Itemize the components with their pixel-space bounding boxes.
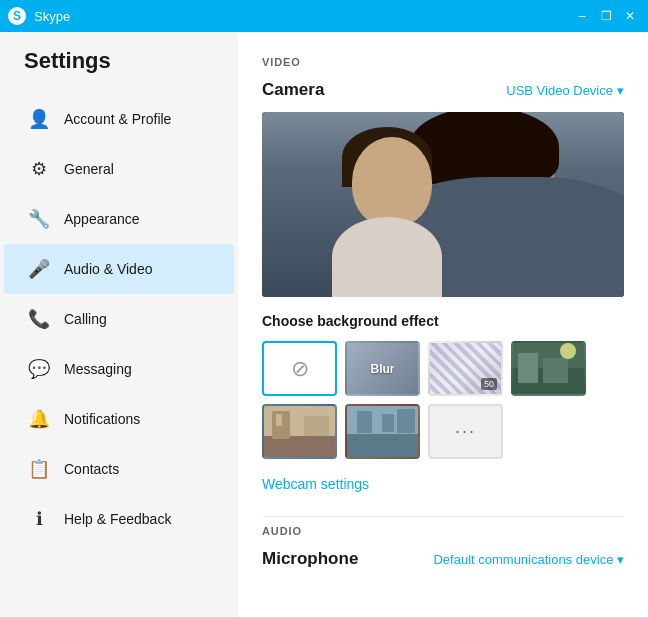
svg-rect-14	[382, 414, 394, 432]
svg-rect-13	[357, 411, 372, 433]
microphone-row: Microphone Default communications device…	[262, 549, 624, 569]
titlebar-left: S Skype	[8, 7, 70, 25]
sidebar-item-help-label: Help & Feedback	[64, 511, 171, 527]
svg-rect-6	[264, 436, 335, 457]
restore-button[interactable]: ❐	[596, 6, 616, 26]
svg-point-4	[560, 343, 576, 359]
window-controls: – ❐ ✕	[572, 6, 640, 26]
content-area: VIDEO Camera USB Video Device ▾	[238, 32, 648, 617]
settings-title: Settings	[0, 48, 238, 94]
sidebar-item-appearance[interactable]: 🔧 Appearance	[4, 194, 234, 244]
svg-rect-11	[347, 434, 418, 457]
messaging-icon: 💬	[28, 358, 50, 380]
svg-rect-3	[543, 358, 568, 383]
sidebar-item-calling[interactable]: 📞 Calling	[4, 294, 234, 344]
more-dots-label: ···	[455, 421, 476, 442]
camera-chevron-icon: ▾	[617, 83, 624, 98]
account-icon: 👤	[28, 108, 50, 130]
camera-preview	[262, 112, 624, 297]
sidebar-item-calling-label: Calling	[64, 311, 107, 327]
bg-effect-more[interactable]: ···	[428, 404, 503, 459]
bg-effect-img1[interactable]: 50	[428, 341, 503, 396]
microphone-title: Microphone	[262, 549, 358, 569]
microphone-chevron-icon: ▾	[617, 552, 624, 567]
microphone-device-selector[interactable]: Default communications device ▾	[433, 552, 624, 567]
appearance-icon: 🔧	[28, 208, 50, 230]
camera-title: Camera	[262, 80, 324, 100]
svg-rect-2	[518, 353, 538, 383]
sidebar-item-account-label: Account & Profile	[64, 111, 171, 127]
camera-row: Camera USB Video Device ▾	[262, 80, 624, 100]
contacts-icon: 📋	[28, 458, 50, 480]
skype-logo: S	[8, 7, 26, 25]
person-left	[322, 127, 482, 297]
bg-effect-title: Choose background effect	[262, 313, 624, 329]
sidebar-item-contacts[interactable]: 📋 Contacts	[4, 444, 234, 494]
sidebar-item-notifications-label: Notifications	[64, 411, 140, 427]
close-button[interactable]: ✕	[620, 6, 640, 26]
video-section-label: VIDEO	[262, 56, 624, 68]
sidebar-item-general[interactable]: ⚙ General	[4, 144, 234, 194]
sidebar-item-help[interactable]: ℹ Help & Feedback	[4, 494, 234, 544]
app-title: Skype	[34, 9, 70, 24]
bg-effect-img3[interactable]	[262, 404, 337, 459]
minimize-button[interactable]: –	[572, 6, 592, 26]
audio-video-icon: 🎤	[28, 258, 50, 280]
camera-device-selector[interactable]: USB Video Device ▾	[506, 83, 624, 98]
no-effect-icon: ⊘	[291, 356, 309, 382]
bg-effects-grid: ⊘ Blur 50	[262, 341, 624, 459]
main-layout: Settings 👤 Account & Profile ⚙ General 🔧…	[0, 32, 648, 617]
calling-icon: 📞	[28, 308, 50, 330]
help-icon: ℹ	[28, 508, 50, 530]
audio-section-label: AUDIO	[262, 516, 624, 537]
sidebar-item-messaging-label: Messaging	[64, 361, 132, 377]
webcam-settings-link[interactable]: Webcam settings	[262, 476, 369, 492]
sidebar-item-audio-video[interactable]: 🎤 Audio & Video	[4, 244, 234, 294]
bg-effect-img2[interactable]	[511, 341, 586, 396]
sidebar-item-account[interactable]: 👤 Account & Profile	[4, 94, 234, 144]
bg-effect-img4[interactable]	[345, 404, 420, 459]
titlebar: S Skype – ❐ ✕	[0, 0, 648, 32]
sidebar-item-audio-video-label: Audio & Video	[64, 261, 152, 277]
svg-rect-15	[397, 409, 415, 433]
blur-label: Blur	[371, 362, 395, 376]
sidebar-item-appearance-label: Appearance	[64, 211, 140, 227]
sidebar: Settings 👤 Account & Profile ⚙ General 🔧…	[0, 32, 238, 617]
sidebar-item-general-label: General	[64, 161, 114, 177]
sidebar-item-messaging[interactable]: 💬 Messaging	[4, 344, 234, 394]
general-icon: ⚙	[28, 158, 50, 180]
sidebar-item-contacts-label: Contacts	[64, 461, 119, 477]
sidebar-item-notifications[interactable]: 🔔 Notifications	[4, 394, 234, 444]
bg-effect-blur[interactable]: Blur	[345, 341, 420, 396]
notifications-icon: 🔔	[28, 408, 50, 430]
bg-effect-none[interactable]: ⊘	[262, 341, 337, 396]
svg-rect-9	[304, 416, 329, 436]
svg-rect-8	[276, 414, 282, 426]
